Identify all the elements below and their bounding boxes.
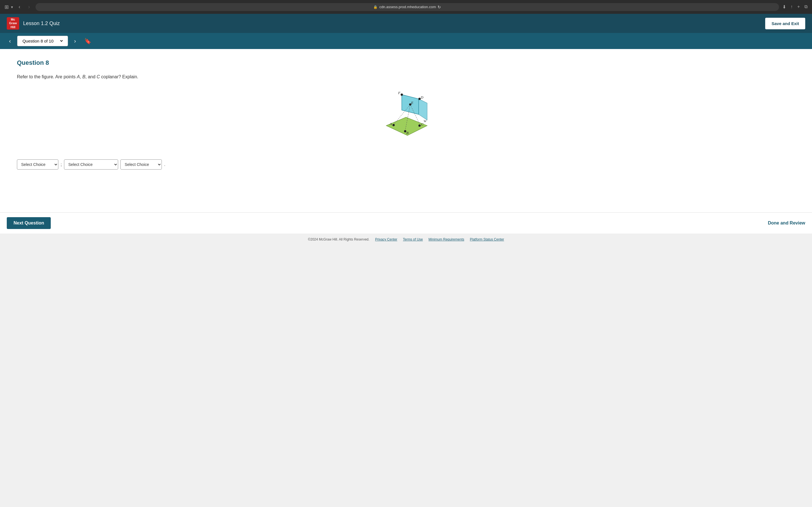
select-choice-2[interactable]: Select Choice they are coplanar they are… (64, 159, 118, 170)
svg-text:D: D (420, 95, 423, 100)
question-nav-bar: ‹ Question 8 of 10 › 🔖 (0, 33, 812, 49)
download-icon[interactable]: ⬇ (782, 4, 786, 10)
logo-line2: Graw (9, 21, 17, 25)
next-question-button[interactable]: Next Question (7, 217, 51, 229)
browser-back-btn[interactable]: ‹ (16, 3, 22, 11)
prev-question-btn[interactable]: ‹ (7, 37, 13, 45)
done-review-button[interactable]: Done and Review (768, 221, 805, 226)
bookmark-button[interactable]: 🔖 (82, 37, 94, 46)
new-tab-icon[interactable]: + (797, 4, 800, 10)
question-prefix: Refer to the figure. Are points (17, 74, 77, 79)
variable-c: C (97, 74, 100, 79)
svg-text:W: W (423, 119, 427, 123)
window-icon[interactable]: ⧉ (804, 4, 808, 10)
tab-menu-btn[interactable]: ▾ (11, 5, 13, 9)
variable-b: B (82, 74, 86, 79)
svg-text:F: F (398, 91, 401, 95)
browser-chrome: ⊞ ▾ ‹ › 🔒 cdn.assess.prod.mheducation.co… (0, 0, 812, 14)
bottom-bar: Next Question Done and Review (0, 212, 812, 233)
question-selector[interactable]: Question 8 of 10 (17, 36, 68, 46)
browser-icons: ⬇ ↑ + ⧉ (782, 4, 808, 10)
main-content: Question 8 Refer to the figure. Are poin… (0, 49, 812, 212)
svg-text:C: C (421, 122, 423, 126)
share-icon[interactable]: ↑ (791, 4, 793, 10)
copyright-text: ©2024 McGraw Hill. All Rights Reserved. (308, 237, 369, 241)
header-left: Mc Graw Hill Lesson 1.2 Quiz (7, 17, 60, 30)
page-footer: ©2024 McGraw Hill. All Rights Reserved. … (0, 233, 812, 245)
reload-icon[interactable]: ↻ (438, 5, 441, 9)
next-question-nav-btn[interactable]: › (72, 37, 79, 45)
minimum-requirements-link[interactable]: Minimum Requirements (428, 237, 464, 241)
logo-line3: Hill (10, 25, 15, 29)
separator-2: . (164, 162, 165, 167)
logo-line1: Mc (11, 18, 15, 21)
svg-point-7 (401, 94, 403, 96)
svg-marker-3 (419, 99, 427, 120)
select-choice-1[interactable]: Select Choice Yes No (17, 159, 58, 170)
answer-row: Select Choice Yes No ; Select Choice the… (17, 159, 795, 170)
svg-text:A: A (389, 122, 392, 126)
browser-forward-btn[interactable]: › (26, 3, 32, 11)
save-exit-button[interactable]: Save and Exit (765, 18, 805, 29)
address-bar[interactable]: 🔒 cdn.assess.prod.mheducation.com ↻ (36, 3, 779, 11)
svg-text:B: B (406, 131, 409, 135)
question-text: Refer to the figure. Are points A, B, an… (17, 73, 795, 80)
sidebar-toggle[interactable]: ⊞ (4, 4, 9, 10)
sep2: , and (86, 74, 97, 79)
geometry-figure: F D E W A C B (375, 89, 437, 148)
question-dropdown[interactable]: Question 8 of 10 (21, 38, 64, 44)
terms-of-use-link[interactable]: Terms of Use (403, 237, 423, 241)
variable-a: A (77, 74, 80, 79)
separator-1: ; (61, 162, 62, 167)
question-title: Question 8 (17, 59, 795, 66)
select-choice-3[interactable]: Select Choice plane W another plane (120, 159, 162, 170)
svg-point-9 (418, 98, 421, 100)
mcgraw-hill-logo: Mc Graw Hill (7, 17, 19, 30)
app-header: Mc Graw Hill Lesson 1.2 Quiz Save and Ex… (0, 14, 812, 33)
lock-icon: 🔒 (373, 5, 377, 9)
sep1: , (80, 74, 82, 79)
svg-point-16 (418, 124, 421, 127)
svg-point-18 (404, 130, 406, 132)
question-suffix: coplanar? Explain. (100, 74, 138, 79)
svg-point-14 (393, 124, 395, 126)
url-text: cdn.assess.prod.mheducation.com (379, 5, 436, 9)
geometry-figure-container: F D E W A C B (17, 89, 795, 148)
svg-text:E: E (411, 101, 413, 105)
platform-status-link[interactable]: Platform Status Center (470, 237, 504, 241)
app-title: Lesson 1.2 Quiz (23, 20, 60, 26)
privacy-center-link[interactable]: Privacy Center (375, 237, 397, 241)
